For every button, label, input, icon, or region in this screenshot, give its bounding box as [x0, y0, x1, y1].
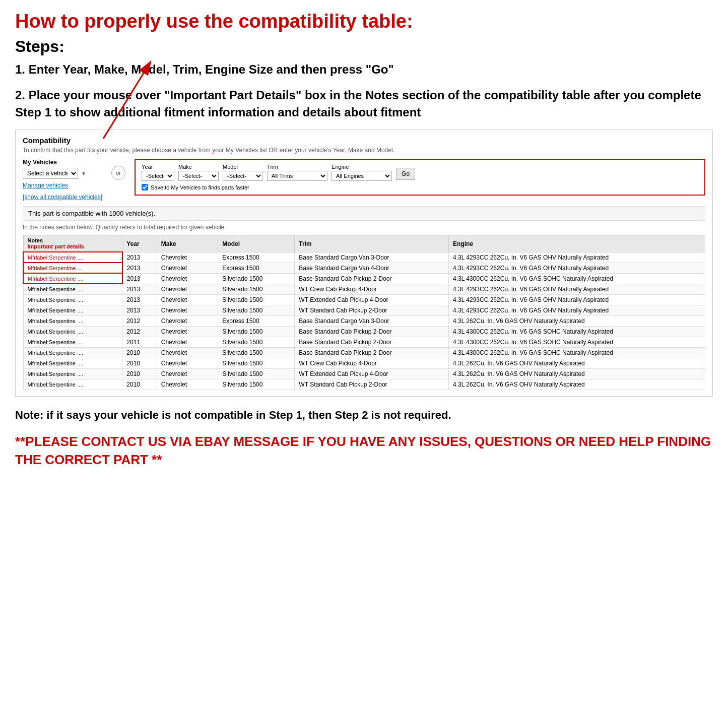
- notes-cell: Mfrlabel:Serpentine ....: [23, 305, 122, 315]
- trim-cell: Base Standard Cargo Van 3-Door: [295, 252, 449, 263]
- model-select[interactable]: -Select-: [223, 171, 263, 181]
- table-row: Mfrlabel:Serpentine .... 2010 Chevrolet …: [23, 379, 705, 390]
- my-vehicles-section: My Vehicles Select a vehicle ▼ Manage ve…: [23, 159, 102, 201]
- year-cell: 2013: [122, 305, 157, 315]
- table-row: Mfrlabel:Serpentine .... 2010 Chevrolet …: [23, 347, 705, 358]
- trim-cell: WT Extended Cab Pickup 4-Door: [295, 294, 449, 305]
- engine-cell: 4.3L 4293CC 262Cu. In. V6 GAS OHV Natura…: [449, 294, 705, 305]
- year-label: Year: [142, 164, 174, 170]
- model-cell: Express 1500: [218, 315, 295, 326]
- trim-cell: WT Crew Cab Pickup 4-Door: [295, 358, 449, 368]
- year-cell: 2013: [122, 263, 157, 273]
- year-cell: 2012: [122, 315, 157, 326]
- model-cell: Express 1500: [218, 263, 295, 273]
- engine-cell: 4.3L 4300CC 262Cu. In. V6 GAS SOHC Natur…: [449, 273, 705, 284]
- manage-vehicles-link[interactable]: Manage vehicles: [23, 182, 102, 189]
- compatibility-table: Notes Important part details Year Make M…: [23, 235, 705, 390]
- table-row: Mfrlabel:Serpentine .... 2013 Chevrolet …: [23, 294, 705, 305]
- model-cell: Silverado 1500: [218, 294, 295, 305]
- go-button[interactable]: Go: [396, 168, 415, 180]
- year-field: Year -Select-: [142, 164, 174, 181]
- table-row: Mfrlabel:Serpentine .... 2013 Chevrolet …: [23, 305, 705, 315]
- make-select[interactable]: -Select-: [178, 171, 219, 181]
- trim-cell: WT Extended Cab Pickup 4-Door: [295, 368, 449, 379]
- compat-info-bar: This part is compatible with 1000 vehicl…: [23, 206, 705, 221]
- make-cell: Chevrolet: [157, 284, 218, 294]
- compat-count: This part is compatible with 1000 vehicl…: [28, 210, 155, 217]
- year-cell: 2013: [122, 252, 157, 263]
- save-checkbox-label: Save to My Vehicles to finds parts faste…: [151, 184, 249, 190]
- engine-select[interactable]: All Engines: [332, 171, 392, 181]
- notes-cell: Mfrlabel:Serpentine....: [23, 263, 122, 273]
- trim-cell: Base Standard Cab Pickup 2-Door: [295, 347, 449, 358]
- notes-cell: Mfrlabel:Serpentine ....: [23, 379, 122, 390]
- compat-subtitle: To confirm that this part fits your vehi…: [23, 147, 705, 154]
- model-cell: Silverado 1500: [218, 273, 295, 284]
- trim-cell: WT Standard Cab Pickup 2-Door: [295, 305, 449, 315]
- notes-cell: Mfrlabel:Serpentine ....: [23, 273, 122, 284]
- notes-cell: Mfrlabel:Serpentine ....: [23, 347, 122, 358]
- engine-cell: 4.3L 262Cu. In. V6 GAS OHV Naturally Asp…: [449, 315, 705, 326]
- table-row: Mfrlabel:Serpentine .... 2010 Chevrolet …: [23, 358, 705, 368]
- trim-cell: WT Crew Cab Pickup 4-Door: [295, 284, 449, 294]
- engine-cell: 4.3L 4293CC 262Cu. In. V6 GAS OHV Natura…: [449, 252, 705, 263]
- engine-cell: 4.3L 4293CC 262Cu. In. V6 GAS OHV Natura…: [449, 305, 705, 315]
- table-row: Mfrlabel:Serpentine .... 2010 Chevrolet …: [23, 368, 705, 379]
- trim-cell: Base Standard Cargo Van 4-Door: [295, 263, 449, 273]
- model-cell: Express 1500: [218, 252, 295, 263]
- engine-field: Engine All Engines: [332, 164, 392, 181]
- year-cell: 2010: [122, 368, 157, 379]
- table-row: Mfrlabel:Serpentine .... 2013 Chevrolet …: [23, 273, 705, 284]
- year-cell: 2010: [122, 379, 157, 390]
- th-model: Model: [218, 235, 295, 252]
- year-cell: 2012: [122, 326, 157, 337]
- notes-cell: Mfrlabel:Serpentine ....: [23, 326, 122, 337]
- table-row: Mfrlabel:Serpentine .... 2012 Chevrolet …: [23, 326, 705, 337]
- make-cell: Chevrolet: [157, 347, 218, 358]
- note-section: Note: if it says your vehicle is not com…: [15, 408, 713, 423]
- trim-cell: Base Standard Cargo Van 3-Door: [295, 315, 449, 326]
- model-cell: Silverado 1500: [218, 358, 295, 368]
- th-trim: Trim: [295, 235, 449, 252]
- my-vehicles-label: My Vehicles: [23, 159, 102, 166]
- make-cell: Chevrolet: [157, 252, 218, 263]
- notes-cell: Mfrlabel:Serpentine ....: [23, 368, 122, 379]
- make-cell: Chevrolet: [157, 305, 218, 315]
- or-circle: or: [111, 166, 125, 180]
- year-cell: 2011: [122, 337, 157, 347]
- make-cell: Chevrolet: [157, 337, 218, 347]
- step2-text: 2. Place your mouse over "Important Part…: [15, 87, 713, 120]
- make-label: Make: [178, 164, 219, 170]
- trim-cell: WT Standard Cab Pickup 2-Door: [295, 379, 449, 390]
- make-cell: Chevrolet: [157, 315, 218, 326]
- vehicle-select[interactable]: Select a vehicle: [23, 168, 78, 179]
- model-cell: Silverado 1500: [218, 284, 295, 294]
- show-all-link[interactable]: [show all compatible vehicles]: [23, 194, 102, 201]
- engine-label: Engine: [332, 164, 392, 170]
- notes-bar: In the notes section below, Quantity ref…: [23, 224, 705, 231]
- year-cell: 2013: [122, 284, 157, 294]
- year-select[interactable]: -Select-: [142, 171, 174, 181]
- make-cell: Chevrolet: [157, 379, 218, 390]
- contact-section: **PLEASE CONTACT US VIA EBAY MESSAGE IF …: [15, 432, 713, 469]
- notes-cell: Mfrlabel:Serpentine ....: [23, 284, 122, 294]
- model-cell: Silverado 1500: [218, 337, 295, 347]
- th-notes: Notes Important part details: [23, 235, 122, 252]
- trim-select[interactable]: All Trims: [267, 171, 327, 181]
- notes-cell: Mfrlabel:Serpentine ....: [23, 252, 122, 263]
- trim-label: Trim: [267, 164, 327, 170]
- notes-cell: Mfrlabel:Serpentine ....: [23, 358, 122, 368]
- model-cell: Silverado 1500: [218, 368, 295, 379]
- notes-cell: Mfrlabel:Serpentine ....: [23, 315, 122, 326]
- model-label: Model: [223, 164, 263, 170]
- model-cell: Silverado 1500: [218, 305, 295, 315]
- engine-cell: 4.3L 262Cu. In. V6 GAS OHV Naturally Asp…: [449, 358, 705, 368]
- model-cell: Silverado 1500: [218, 347, 295, 358]
- compatibility-section: Compatibility To confirm that this part …: [15, 130, 713, 397]
- engine-cell: 4.3L 4300CC 262Cu. In. V6 GAS SOHC Natur…: [449, 326, 705, 337]
- year-cell: 2010: [122, 347, 157, 358]
- engine-cell: 4.3L 262Cu. In. V6 GAS OHV Naturally Asp…: [449, 379, 705, 390]
- engine-cell: 4.3L 4293CC 262Cu. In. V6 GAS OHV Natura…: [449, 284, 705, 294]
- th-make: Make: [157, 235, 218, 252]
- save-checkbox[interactable]: [142, 184, 148, 190]
